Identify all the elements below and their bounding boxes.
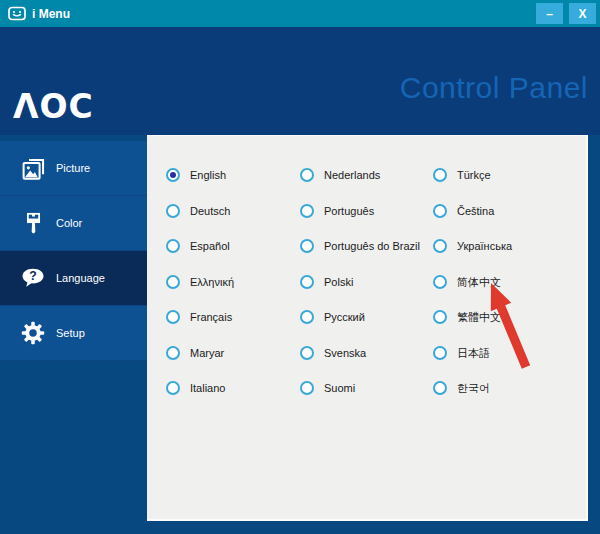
minimize-button[interactable]: – bbox=[536, 3, 563, 24]
radio-button[interactable] bbox=[166, 204, 180, 218]
sidebar-item-label: Color bbox=[56, 217, 82, 229]
radio-button[interactable] bbox=[300, 239, 314, 253]
radio-button[interactable] bbox=[300, 310, 314, 324]
radio-button[interactable] bbox=[300, 204, 314, 218]
language-option[interactable]: Maryar bbox=[166, 343, 224, 363]
radio-button[interactable] bbox=[300, 381, 314, 395]
sidebar-item-setup[interactable]: Setup bbox=[0, 306, 147, 361]
language-label: Maryar bbox=[190, 347, 224, 359]
language-label: Deutsch bbox=[190, 205, 230, 217]
sidebar-item-language[interactable]: ? Language bbox=[0, 251, 147, 306]
sidebar-item-label: Picture bbox=[56, 162, 90, 174]
radio-button[interactable] bbox=[433, 239, 447, 253]
sidebar-item-picture[interactable]: Picture bbox=[0, 141, 147, 196]
language-option[interactable]: Suomi bbox=[300, 378, 355, 398]
language-option[interactable]: Українська bbox=[433, 236, 512, 256]
language-option[interactable]: English bbox=[166, 165, 226, 185]
language-label: Türkçe bbox=[457, 169, 491, 181]
language-option[interactable]: Русский bbox=[300, 307, 365, 327]
language-label: Polski bbox=[324, 276, 353, 288]
sidebar-item-label: Language bbox=[56, 272, 105, 284]
close-button[interactable]: X bbox=[569, 3, 596, 24]
language-label: 简体中文 bbox=[457, 275, 501, 290]
language-label: Français bbox=[190, 311, 232, 323]
language-option[interactable]: Nederlands bbox=[300, 165, 380, 185]
radio-button[interactable] bbox=[433, 275, 447, 289]
language-label: English bbox=[190, 169, 226, 181]
window-title: i Menu bbox=[32, 7, 70, 21]
language-label: Español bbox=[190, 240, 230, 252]
language-option[interactable]: Svenska bbox=[300, 343, 366, 363]
picture-icon bbox=[18, 153, 48, 183]
language-option[interactable]: 简体中文 bbox=[433, 272, 501, 292]
language-option[interactable]: Português bbox=[300, 201, 374, 221]
radio-button[interactable] bbox=[166, 381, 180, 395]
header: ΛOC Control Panel bbox=[0, 27, 600, 135]
aoc-logo: ΛOC bbox=[13, 87, 94, 126]
title-bar: i Menu – X bbox=[0, 0, 600, 27]
language-label: Čeština bbox=[457, 205, 494, 217]
gear-icon bbox=[18, 318, 48, 348]
radio-button[interactable] bbox=[166, 168, 180, 182]
language-option[interactable]: Français bbox=[166, 307, 232, 327]
sidebar-item-color[interactable]: Color bbox=[0, 196, 147, 251]
svg-text:?: ? bbox=[29, 269, 36, 283]
language-label: 日本語 bbox=[457, 346, 490, 361]
language-option[interactable]: Español bbox=[166, 236, 230, 256]
radio-button[interactable] bbox=[433, 310, 447, 324]
language-option[interactable]: Italiano bbox=[166, 378, 225, 398]
language-label: Português bbox=[324, 205, 374, 217]
language-panel: English Deutsch Español Ελληνική Françai… bbox=[147, 135, 588, 521]
speech-bubble-question-icon: ? bbox=[18, 263, 48, 293]
language-option[interactable]: Polski bbox=[300, 272, 353, 292]
language-label: Suomi bbox=[324, 382, 355, 394]
language-option[interactable]: 한국어 bbox=[433, 378, 490, 398]
smiley-monitor-icon bbox=[8, 6, 26, 22]
language-option[interactable]: Čeština bbox=[433, 201, 494, 221]
language-label: 한국어 bbox=[457, 381, 490, 396]
language-label: Svenska bbox=[324, 347, 366, 359]
language-label: Nederlands bbox=[324, 169, 380, 181]
language-label: Русский bbox=[324, 311, 365, 323]
radio-button[interactable] bbox=[300, 346, 314, 360]
radio-button[interactable] bbox=[166, 239, 180, 253]
language-label: Italiano bbox=[190, 382, 225, 394]
sidebar-item-label: Setup bbox=[56, 327, 85, 339]
radio-button[interactable] bbox=[166, 346, 180, 360]
language-option[interactable]: 繁體中文 bbox=[433, 307, 501, 327]
radio-button[interactable] bbox=[166, 310, 180, 324]
radio-button[interactable] bbox=[433, 346, 447, 360]
language-option[interactable]: 日本語 bbox=[433, 343, 490, 363]
radio-button[interactable] bbox=[166, 275, 180, 289]
language-label: 繁體中文 bbox=[457, 310, 501, 325]
brush-icon bbox=[18, 208, 48, 238]
radio-button[interactable] bbox=[433, 204, 447, 218]
language-label: Português do Brazil bbox=[324, 240, 420, 252]
radio-button[interactable] bbox=[300, 275, 314, 289]
radio-button[interactable] bbox=[433, 168, 447, 182]
sidebar: Picture Color ? Language Setup bbox=[0, 141, 147, 361]
radio-button[interactable] bbox=[300, 168, 314, 182]
language-option[interactable]: Türkçe bbox=[433, 165, 491, 185]
radio-button[interactable] bbox=[433, 381, 447, 395]
language-option[interactable]: Ελληνική bbox=[166, 272, 234, 292]
page-title: Control Panel bbox=[400, 71, 588, 105]
language-option[interactable]: Deutsch bbox=[166, 201, 230, 221]
language-label: Ελληνική bbox=[190, 276, 234, 288]
language-label: Українська bbox=[457, 240, 512, 252]
language-option[interactable]: Português do Brazil bbox=[300, 236, 420, 256]
app-window: i Menu – X ΛOC Control Panel Picture Col… bbox=[0, 0, 600, 534]
